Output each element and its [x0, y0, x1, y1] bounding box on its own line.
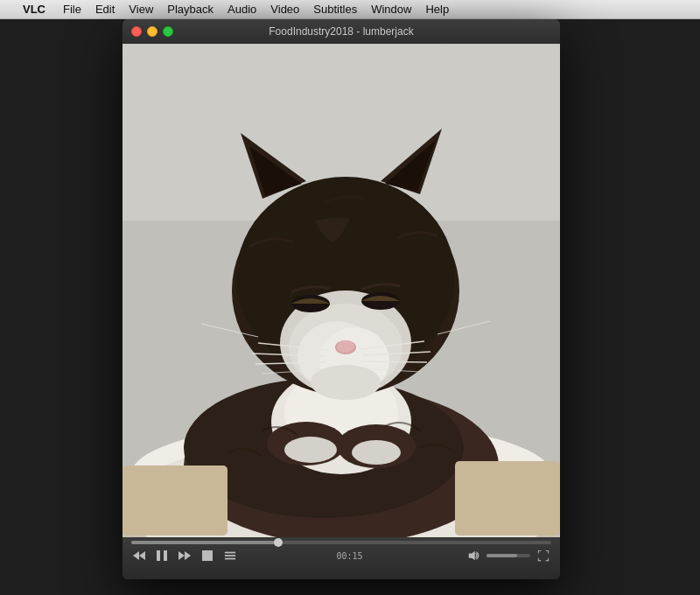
play-pause-button[interactable]	[154, 548, 170, 564]
playlist-button[interactable]	[222, 548, 238, 564]
volume-fill	[486, 554, 517, 557]
menu-playback[interactable]: Playback	[160, 0, 220, 19]
controls-bar: 00:15	[122, 537, 560, 579]
menu-window[interactable]: Window	[364, 0, 418, 19]
left-controls	[131, 548, 238, 564]
menu-video[interactable]: Video	[263, 0, 306, 19]
svg-rect-48	[225, 555, 235, 556]
minimize-button[interactable]	[147, 26, 158, 37]
close-button[interactable]	[131, 26, 142, 37]
progress-track[interactable]	[131, 541, 551, 544]
window-title: FoodIndustry2018 - lumberjack	[269, 25, 413, 38]
progress-thumb[interactable]	[274, 538, 283, 547]
vlc-window: FoodIndustry2018 - lumberjack	[122, 19, 560, 579]
menu-help[interactable]: Help	[418, 0, 456, 19]
stop-button[interactable]	[200, 548, 215, 564]
volume-button[interactable]	[466, 548, 481, 564]
menu-edit[interactable]: Edit	[88, 0, 122, 19]
svg-point-33	[311, 365, 381, 400]
buttons-row: 00:15	[131, 548, 551, 564]
svg-rect-42	[157, 550, 160, 561]
svg-rect-39	[455, 461, 560, 536]
progress-fill	[131, 541, 278, 544]
traffic-lights	[131, 26, 173, 37]
svg-marker-50	[469, 551, 475, 561]
svg-point-36	[284, 437, 337, 463]
rewind-button[interactable]	[131, 548, 147, 564]
right-controls	[466, 548, 551, 564]
svg-point-20	[337, 340, 354, 353]
menu-audio[interactable]: Audio	[220, 0, 263, 19]
svg-rect-46	[202, 550, 213, 561]
progress-row	[131, 541, 551, 544]
svg-marker-41	[139, 551, 145, 560]
menu-view[interactable]: View	[122, 0, 160, 19]
svg-rect-47	[225, 552, 235, 554]
app-name[interactable]: VLC	[16, 0, 52, 19]
svg-marker-44	[178, 551, 185, 560]
titlebar: FoodIndustry2018 - lumberjack	[122, 19, 560, 44]
fast-forward-button[interactable]	[177, 548, 192, 564]
svg-rect-43	[164, 550, 167, 561]
svg-rect-49	[225, 558, 235, 560]
svg-line-29	[360, 361, 427, 362]
menubar: VLC File Edit View Playback Audio Video …	[0, 0, 700, 19]
video-frame	[122, 44, 560, 537]
maximize-button[interactable]	[163, 26, 173, 37]
svg-marker-40	[133, 551, 139, 560]
volume-slider[interactable]	[486, 554, 530, 557]
video-area[interactable]	[122, 44, 560, 537]
svg-marker-45	[185, 551, 191, 560]
cat-video-content	[122, 44, 560, 537]
svg-rect-38	[122, 466, 228, 536]
svg-point-37	[352, 440, 401, 465]
menu-subtitles[interactable]: Subtitles	[306, 0, 364, 19]
time-display: 00:15	[337, 551, 368, 561]
menu-file[interactable]: File	[56, 0, 88, 19]
fullscreen-button[interactable]	[536, 548, 551, 564]
